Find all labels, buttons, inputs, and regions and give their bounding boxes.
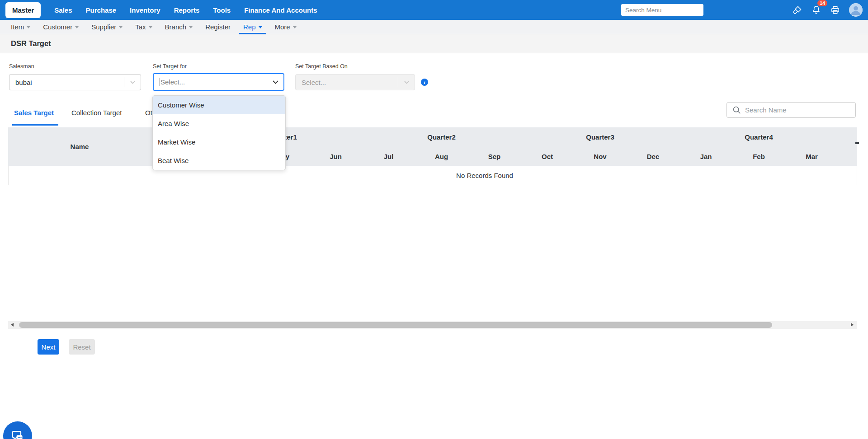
clipped-column-text-fragment [855, 142, 859, 144]
horizontal-scrollbar[interactable] [8, 321, 857, 329]
table-empty-row: No Records Found [8, 166, 857, 185]
subnav-item-more[interactable]: More [269, 20, 303, 34]
nav-item-finance-and-accounts[interactable]: Finance And Accounts [244, 6, 317, 14]
avatar[interactable] [849, 3, 863, 17]
nav-item-purchase[interactable]: Purchase [86, 6, 117, 14]
tab-other-target[interactable]: Ot [145, 109, 152, 117]
subnav-item-branch[interactable]: Branch [159, 20, 199, 34]
subnav-item-label: Item [11, 23, 24, 31]
column-header-feb: Feb [732, 147, 785, 166]
select-placeholder: Select... [302, 79, 326, 86]
search-name-box [726, 102, 856, 118]
page-title: DSR Target [11, 39, 51, 48]
scroll-right-arrow[interactable] [851, 323, 854, 327]
chat-widget-button[interactable] [3, 421, 32, 439]
subnav-item-label: Register [205, 23, 231, 31]
chevron-down-icon [119, 26, 123, 28]
column-header-oct: Oct [521, 147, 574, 166]
column-header-quarter4: Quarter4 [679, 127, 838, 147]
chat-bubbles-icon [10, 428, 25, 439]
column-header-aug: Aug [415, 147, 468, 166]
month-header-row: Apr May Jun Jul Aug Sep Oct Nov Dec Jan … [203, 147, 838, 166]
nav-item-master[interactable]: Master [5, 2, 41, 18]
notification-badge: 14 [817, 0, 827, 6]
text-cursor [160, 78, 160, 86]
chevron-down-icon [189, 26, 193, 28]
subnav-item-tax[interactable]: Tax [129, 20, 158, 34]
nav-item-sales[interactable]: Sales [54, 6, 72, 14]
printer-icon[interactable] [830, 5, 840, 15]
next-button[interactable]: Next [38, 339, 59, 355]
column-header-quarter2: Quarter2 [362, 127, 521, 147]
set-target-for-select[interactable]: Select... [153, 73, 284, 91]
chevron-down-icon [124, 81, 141, 84]
set-target-based-on-select: Select... [295, 74, 415, 90]
search-icon [732, 106, 741, 114]
subnav-item-register[interactable]: Register [199, 20, 237, 34]
tab-sales-target[interactable]: Sales Target [14, 109, 54, 117]
topnav-icons: 14 [792, 3, 863, 17]
column-header-mar: Mar [785, 147, 838, 166]
chevron-down-icon [398, 81, 415, 84]
chevron-down-icon [149, 26, 152, 28]
sub-navigation: Item Customer Supplier Tax Branch Regist… [0, 20, 868, 34]
table-header: Name Quarter1 Quarter2 Quarter3 Quarter4… [8, 127, 857, 166]
set-target-for-label: Set Target for [153, 63, 187, 70]
chevron-down-icon [27, 26, 30, 28]
subnav-item-rep[interactable]: Rep [237, 20, 269, 34]
set-target-based-on-value: Select... [296, 79, 398, 86]
dropdown-option-area-wise[interactable]: Area Wise [153, 114, 285, 133]
set-target-for-value: Select... [154, 78, 267, 86]
set-target-based-on-label: Set Target Based On [295, 63, 348, 70]
quarter-header-row: Quarter1 Quarter2 Quarter3 Quarter4 [203, 127, 838, 147]
salesman-value: bubai [9, 79, 124, 86]
subnav-item-label: More [275, 23, 290, 31]
top-navigation: Master Sales Purchase Inventory Reports … [0, 0, 868, 20]
subnav-item-label: Supplier [91, 23, 116, 31]
scroll-left-arrow[interactable] [11, 323, 14, 327]
subnav-item-label: Rep [243, 23, 256, 31]
nav-item-tools[interactable]: Tools [213, 6, 231, 14]
paintbrush-icon[interactable] [792, 5, 802, 15]
salesman-label: Salesman [9, 63, 34, 70]
search-name-input[interactable] [745, 103, 855, 117]
column-header-nov: Nov [574, 147, 627, 166]
dropdown-option-market-wise[interactable]: Market Wise [153, 133, 285, 151]
select-placeholder: Select... [160, 78, 185, 86]
chevron-down-icon [293, 26, 297, 28]
chevron-down-icon [75, 26, 79, 28]
column-header-dec: Dec [627, 147, 679, 166]
subnav-item-item[interactable]: Item [5, 20, 37, 34]
subnav-item-supplier[interactable]: Supplier [85, 20, 129, 34]
subnav-item-label: Tax [135, 23, 146, 31]
search-menu-input[interactable] [621, 4, 703, 16]
salesman-select[interactable]: bubai [9, 74, 141, 90]
nav-item-reports[interactable]: Reports [174, 6, 200, 14]
dropdown-option-beat-wise[interactable]: Beat Wise [153, 151, 285, 170]
tab-collection-target[interactable]: Collection Target [71, 109, 122, 117]
column-header-sep: Sep [468, 147, 521, 166]
subnav-item-customer[interactable]: Customer [37, 20, 85, 34]
chevron-down-icon[interactable] [267, 80, 283, 84]
subnav-item-label: Customer [43, 23, 72, 31]
dsr-target-screen: Master Sales Purchase Inventory Reports … [0, 0, 868, 439]
column-header-quarter3: Quarter3 [521, 127, 679, 147]
dropdown-option-customer-wise[interactable]: Customer Wise [153, 96, 285, 114]
no-records-text: No Records Found [456, 172, 513, 179]
topnav-right-cluster: 14 [621, 3, 863, 17]
chevron-down-icon [259, 26, 262, 28]
nav-item-inventory[interactable]: Inventory [130, 6, 160, 14]
scrollbar-thumb[interactable] [19, 322, 772, 328]
column-header-jun: Jun [309, 147, 362, 166]
column-header-jan: Jan [679, 147, 732, 166]
reset-button[interactable]: Reset [69, 339, 95, 355]
set-target-for-dropdown-menu: Customer Wise Area Wise Market Wise Beat… [152, 95, 286, 170]
subnav-item-label: Branch [165, 23, 187, 31]
title-bar: DSR Target [0, 34, 868, 53]
column-header-jul: Jul [362, 147, 415, 166]
info-icon[interactable]: i [421, 79, 428, 86]
bell-icon[interactable]: 14 [811, 5, 821, 15]
active-tab-underline [12, 124, 58, 126]
